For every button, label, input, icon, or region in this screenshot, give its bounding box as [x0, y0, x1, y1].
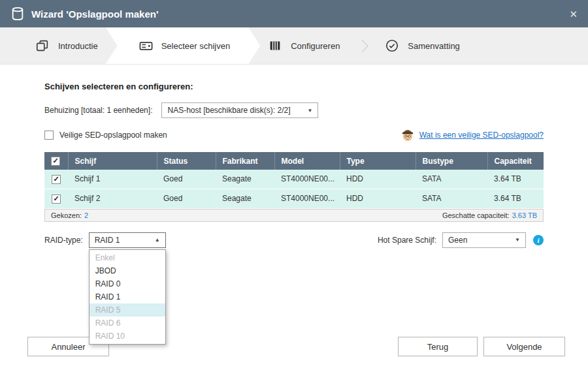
- check-icon: ✓: [52, 157, 58, 164]
- cell-manufacturer: Seagate: [216, 189, 274, 208]
- wizard-content: Schijven selecteren en configureren: Beh…: [0, 65, 588, 248]
- check-icon: ✓: [53, 176, 59, 183]
- hot-spare-select[interactable]: Geen ▼: [442, 232, 526, 248]
- cell-model: ST4000NE00...: [274, 170, 340, 189]
- cell-bustype: SATA: [416, 170, 487, 189]
- section-title: Schijven selecteren en configureren:: [44, 82, 544, 91]
- copy-icon: [35, 38, 51, 54]
- column-header-model: Model: [274, 152, 340, 170]
- step-separator-icon: [357, 40, 368, 52]
- check-circle-icon: [385, 38, 400, 54]
- chevron-down-icon: ▼: [308, 108, 313, 114]
- dialog-title: Wizard 'Opslagpool maken': [31, 8, 159, 20]
- raid-option-jbod[interactable]: JBOD: [90, 264, 165, 277]
- raid-option-raid10[interactable]: RAID 10: [90, 330, 165, 343]
- disk-stack-icon: [268, 38, 284, 54]
- hot-spare-value: Geen: [448, 236, 467, 245]
- raid-type-dropdown: Enkel JBOD RAID 0 RAID 1 RAID 5 RAID 6 R…: [89, 249, 166, 345]
- column-header-capaciteit: Capaciteit: [487, 152, 544, 170]
- raid-type-combo: RAID 1 ▲ Enkel JBOD RAID 0 RAID 1 RAID 5…: [89, 232, 166, 248]
- raid-option-raid5[interactable]: RAID 5: [90, 303, 165, 317]
- raid-option-raid0[interactable]: RAID 0: [90, 277, 165, 290]
- cell-disk-name: Schijf 1: [68, 170, 157, 189]
- chevron-down-icon: ▼: [515, 237, 520, 243]
- help-mascot-icon: [400, 128, 415, 142]
- step-samenvatting[interactable]: Samenvatting: [369, 27, 476, 64]
- wizard-steps: Introductie Selecteer schijven Configure…: [0, 27, 588, 65]
- disk-table: ✓ Schijf Status Fabrikant Model Type Bus…: [44, 152, 544, 209]
- step-label: Configureren: [291, 41, 340, 51]
- step-label: Selecteer schijven: [161, 41, 231, 51]
- raid-option-raid1[interactable]: RAID 1: [90, 290, 165, 303]
- close-icon[interactable]: ✕: [569, 9, 578, 19]
- sed-help-link[interactable]: Wat is een veilige SED-opslagpool?: [419, 131, 544, 140]
- cell-type: HDD: [340, 170, 416, 189]
- cell-type: HDD: [340, 189, 416, 208]
- table-footer: Gekozen:2 Geschatte capaciteit:3.63 TB: [44, 209, 544, 222]
- step-label: Samenvatting: [408, 41, 460, 51]
- cell-bustype: SATA: [416, 189, 487, 208]
- estimated-capacity: Geschatte capaciteit:3.63 TB: [442, 211, 537, 219]
- right-actions: Terug Volgende: [398, 337, 565, 356]
- step-selecteer-schijven[interactable]: Selecteer schijven: [106, 27, 261, 64]
- cell-capacity: 3.64 TB: [487, 170, 544, 189]
- storage-pool-wizard-dialog: Wizard 'Opslagpool maken' ✕ Introductie: [0, 0, 588, 372]
- enclosure-select[interactable]: NAS-host [beschikbare disk(s): 2/2] ▼: [161, 102, 318, 118]
- table-header-row: ✓ Schijf Status Fabrikant Model Type Bus…: [44, 152, 544, 170]
- disk-icon: [139, 38, 154, 54]
- select-all-checkbox[interactable]: ✓: [51, 157, 60, 166]
- sed-checkbox-label: Veilige SED-opslagpool maken: [59, 131, 167, 140]
- cell-manufacturer: Seagate: [216, 170, 274, 189]
- raid-type-label: RAID-type:: [44, 236, 83, 245]
- cell-status: Goed: [157, 189, 216, 208]
- column-header-status: Status: [157, 152, 216, 170]
- raid-controls-row: RAID-type: RAID 1 ▲ Enkel JBOD RAID 0 RA…: [44, 232, 544, 248]
- raid-option-enkel[interactable]: Enkel: [90, 251, 165, 264]
- step-introductie[interactable]: Introductie: [20, 27, 114, 64]
- next-button[interactable]: Volgende: [483, 337, 565, 356]
- hot-spare-label: Hot Spare Schijf:: [378, 236, 436, 245]
- cell-model: ST4000NE00...: [274, 189, 340, 208]
- sed-help: Wat is een veilige SED-opslagpool?: [400, 128, 544, 142]
- enclosure-label: Behuizing [totaal: 1 eenheden]:: [44, 106, 152, 115]
- column-header-fabrikant: Fabrikant: [216, 152, 274, 170]
- table-row[interactable]: ✓ Schijf 2 Goed Seagate ST4000NE00... HD…: [44, 189, 544, 208]
- sed-row: ✓ Veilige SED-opslagpool maken Wat is ee…: [44, 128, 544, 142]
- back-button[interactable]: Terug: [398, 337, 478, 356]
- enclosure-row: Behuizing [totaal: 1 eenheden]: NAS-host…: [44, 102, 544, 118]
- step-label: Introductie: [58, 41, 98, 51]
- table-row[interactable]: ✓ Schijf 1 Goed Seagate ST4000NE00... HD…: [44, 170, 544, 189]
- chevron-up-icon: ▲: [155, 237, 160, 243]
- raid-option-raid6[interactable]: RAID 6: [90, 317, 165, 330]
- disk-checkbox[interactable]: ✓: [52, 194, 61, 204]
- cell-status: Goed: [157, 170, 216, 189]
- raid-type-select[interactable]: RAID 1 ▲: [89, 232, 166, 248]
- column-header-schijf: Schijf: [68, 152, 157, 170]
- raid-type-value: RAID 1: [95, 236, 120, 245]
- column-header-type: Type: [340, 152, 416, 170]
- cell-disk-name: Schijf 2: [68, 189, 157, 208]
- disk-checkbox[interactable]: ✓: [52, 175, 61, 184]
- enclosure-value: NAS-host [beschikbare disk(s): 2/2]: [167, 106, 290, 115]
- cell-capacity: 3.64 TB: [487, 189, 544, 208]
- check-icon: ✓: [53, 195, 59, 202]
- sed-checkbox[interactable]: ✓: [44, 131, 54, 140]
- storage-pool-icon: [10, 7, 25, 21]
- selected-count: Gekozen:2: [51, 211, 88, 219]
- titlebar: Wizard 'Opslagpool maken' ✕: [0, 0, 588, 27]
- column-header-bustype: Bustype: [416, 152, 487, 170]
- info-icon[interactable]: i: [533, 235, 544, 245]
- step-configureren[interactable]: Configureren: [252, 27, 355, 64]
